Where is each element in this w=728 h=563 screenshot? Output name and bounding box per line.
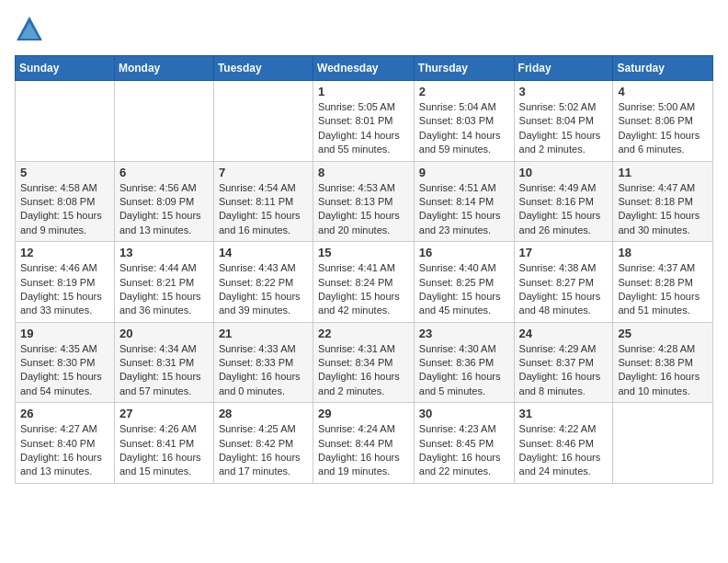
day-number: 12 (20, 246, 109, 259)
calendar-cell: 23Sunrise: 4:30 AM Sunset: 8:36 PM Dayli… (414, 322, 514, 403)
day-number: 19 (20, 327, 109, 340)
calendar-cell: 5Sunrise: 4:58 AM Sunset: 8:08 PM Daylig… (16, 161, 115, 242)
day-number: 27 (119, 407, 209, 420)
calendar-cell: 13Sunrise: 4:44 AM Sunset: 8:21 PM Dayli… (114, 242, 213, 323)
day-info: Sunrise: 5:02 AM Sunset: 8:04 PM Dayligh… (519, 100, 609, 157)
calendar-cell: 25Sunrise: 4:28 AM Sunset: 8:38 PM Dayli… (613, 322, 713, 403)
day-info: Sunrise: 4:43 AM Sunset: 8:22 PM Dayligh… (219, 261, 308, 318)
calendar-cell: 30Sunrise: 4:23 AM Sunset: 8:45 PM Dayli… (414, 403, 514, 484)
day-number: 6 (119, 166, 209, 179)
day-number: 13 (119, 246, 209, 259)
day-number: 7 (219, 166, 308, 179)
day-number: 10 (519, 166, 609, 179)
day-info: Sunrise: 5:05 AM Sunset: 8:01 PM Dayligh… (318, 100, 409, 157)
calendar-cell: 11Sunrise: 4:47 AM Sunset: 8:18 PM Dayli… (613, 161, 713, 242)
calendar-week-row: 12Sunrise: 4:46 AM Sunset: 8:19 PM Dayli… (16, 242, 713, 323)
day-info: Sunrise: 4:22 AM Sunset: 8:46 PM Dayligh… (519, 422, 609, 479)
day-info: Sunrise: 4:26 AM Sunset: 8:41 PM Dayligh… (119, 422, 209, 479)
calendar-cell (16, 81, 115, 162)
day-number: 31 (519, 407, 609, 420)
calendar-cell: 12Sunrise: 4:46 AM Sunset: 8:19 PM Dayli… (16, 242, 115, 323)
day-number: 1 (318, 85, 409, 98)
day-number: 28 (219, 407, 308, 420)
day-info: Sunrise: 4:37 AM Sunset: 8:28 PM Dayligh… (618, 261, 708, 318)
day-info: Sunrise: 4:58 AM Sunset: 8:08 PM Dayligh… (20, 181, 109, 238)
day-info: Sunrise: 4:35 AM Sunset: 8:30 PM Dayligh… (20, 342, 109, 399)
calendar-cell: 9Sunrise: 4:51 AM Sunset: 8:14 PM Daylig… (414, 161, 514, 242)
day-number: 18 (618, 246, 708, 259)
calendar-cell: 31Sunrise: 4:22 AM Sunset: 8:46 PM Dayli… (514, 403, 613, 484)
day-number: 14 (219, 246, 308, 259)
day-header-sunday: Sunday (16, 56, 115, 81)
calendar-cell: 17Sunrise: 4:38 AM Sunset: 8:27 PM Dayli… (514, 242, 613, 323)
day-header-saturday: Saturday (613, 56, 713, 81)
calendar-cell: 6Sunrise: 4:56 AM Sunset: 8:09 PM Daylig… (114, 161, 213, 242)
day-info: Sunrise: 4:27 AM Sunset: 8:40 PM Dayligh… (20, 422, 109, 479)
day-number: 2 (419, 85, 509, 98)
logo (15, 15, 48, 44)
day-info: Sunrise: 4:56 AM Sunset: 8:09 PM Dayligh… (119, 181, 209, 238)
day-info: Sunrise: 5:00 AM Sunset: 8:06 PM Dayligh… (618, 100, 708, 157)
calendar-cell: 10Sunrise: 4:49 AM Sunset: 8:16 PM Dayli… (514, 161, 613, 242)
calendar-cell: 27Sunrise: 4:26 AM Sunset: 8:41 PM Dayli… (114, 403, 213, 484)
day-number: 29 (318, 407, 409, 420)
day-number: 15 (318, 246, 409, 259)
calendar-header-row: SundayMondayTuesdayWednesdayThursdayFrid… (16, 56, 713, 81)
day-info: Sunrise: 4:49 AM Sunset: 8:16 PM Dayligh… (519, 181, 609, 238)
calendar-cell: 3Sunrise: 5:02 AM Sunset: 8:04 PM Daylig… (514, 81, 613, 162)
day-number: 17 (519, 246, 609, 259)
day-header-friday: Friday (514, 56, 613, 81)
calendar-table: SundayMondayTuesdayWednesdayThursdayFrid… (15, 55, 713, 484)
day-number: 22 (318, 327, 409, 340)
day-info: Sunrise: 4:29 AM Sunset: 8:37 PM Dayligh… (519, 342, 609, 399)
calendar-cell: 16Sunrise: 4:40 AM Sunset: 8:25 PM Dayli… (414, 242, 514, 323)
day-info: Sunrise: 4:33 AM Sunset: 8:33 PM Dayligh… (219, 342, 308, 399)
day-info: Sunrise: 4:40 AM Sunset: 8:25 PM Dayligh… (419, 261, 509, 318)
calendar-cell: 7Sunrise: 4:54 AM Sunset: 8:11 PM Daylig… (213, 161, 313, 242)
day-header-wednesday: Wednesday (313, 56, 415, 81)
calendar-cell: 18Sunrise: 4:37 AM Sunset: 8:28 PM Dayli… (613, 242, 713, 323)
day-info: Sunrise: 4:24 AM Sunset: 8:44 PM Dayligh… (318, 422, 409, 479)
day-number: 4 (618, 85, 708, 98)
day-info: Sunrise: 4:25 AM Sunset: 8:42 PM Dayligh… (219, 422, 308, 479)
day-number: 8 (318, 166, 409, 179)
day-info: Sunrise: 4:30 AM Sunset: 8:36 PM Dayligh… (419, 342, 509, 399)
day-info: Sunrise: 4:34 AM Sunset: 8:31 PM Dayligh… (119, 342, 209, 399)
day-number: 30 (419, 407, 509, 420)
day-number: 16 (419, 246, 509, 259)
day-info: Sunrise: 4:31 AM Sunset: 8:34 PM Dayligh… (318, 342, 409, 399)
day-info: Sunrise: 4:51 AM Sunset: 8:14 PM Dayligh… (419, 181, 509, 238)
day-info: Sunrise: 4:38 AM Sunset: 8:27 PM Dayligh… (519, 261, 609, 318)
page-header (15, 15, 713, 44)
calendar-cell: 22Sunrise: 4:31 AM Sunset: 8:34 PM Dayli… (313, 322, 415, 403)
calendar-cell: 19Sunrise: 4:35 AM Sunset: 8:30 PM Dayli… (16, 322, 115, 403)
calendar-cell: 14Sunrise: 4:43 AM Sunset: 8:22 PM Dayli… (213, 242, 313, 323)
calendar-cell: 26Sunrise: 4:27 AM Sunset: 8:40 PM Dayli… (16, 403, 115, 484)
day-number: 25 (618, 327, 708, 340)
day-info: Sunrise: 5:04 AM Sunset: 8:03 PM Dayligh… (419, 100, 509, 157)
calendar-week-row: 26Sunrise: 4:27 AM Sunset: 8:40 PM Dayli… (16, 403, 713, 484)
day-number: 3 (519, 85, 609, 98)
day-header-monday: Monday (114, 56, 213, 81)
day-number: 26 (20, 407, 109, 420)
day-info: Sunrise: 4:47 AM Sunset: 8:18 PM Dayligh… (618, 181, 708, 238)
calendar-cell: 2Sunrise: 5:04 AM Sunset: 8:03 PM Daylig… (414, 81, 514, 162)
calendar-cell: 20Sunrise: 4:34 AM Sunset: 8:31 PM Dayli… (114, 322, 213, 403)
calendar-cell: 1Sunrise: 5:05 AM Sunset: 8:01 PM Daylig… (313, 81, 415, 162)
day-number: 23 (419, 327, 509, 340)
day-header-tuesday: Tuesday (213, 56, 313, 81)
day-info: Sunrise: 4:54 AM Sunset: 8:11 PM Dayligh… (219, 181, 308, 238)
day-info: Sunrise: 4:23 AM Sunset: 8:45 PM Dayligh… (419, 422, 509, 479)
calendar-week-row: 5Sunrise: 4:58 AM Sunset: 8:08 PM Daylig… (16, 161, 713, 242)
calendar-week-row: 19Sunrise: 4:35 AM Sunset: 8:30 PM Dayli… (16, 322, 713, 403)
calendar-cell: 15Sunrise: 4:41 AM Sunset: 8:24 PM Dayli… (313, 242, 415, 323)
logo-icon (15, 15, 44, 44)
calendar-cell: 28Sunrise: 4:25 AM Sunset: 8:42 PM Dayli… (213, 403, 313, 484)
day-info: Sunrise: 4:44 AM Sunset: 8:21 PM Dayligh… (119, 261, 209, 318)
day-info: Sunrise: 4:53 AM Sunset: 8:13 PM Dayligh… (318, 181, 409, 238)
calendar-cell: 4Sunrise: 5:00 AM Sunset: 8:06 PM Daylig… (613, 81, 713, 162)
day-info: Sunrise: 4:41 AM Sunset: 8:24 PM Dayligh… (318, 261, 409, 318)
calendar-cell (114, 81, 213, 162)
day-number: 5 (20, 166, 109, 179)
day-number: 21 (219, 327, 308, 340)
